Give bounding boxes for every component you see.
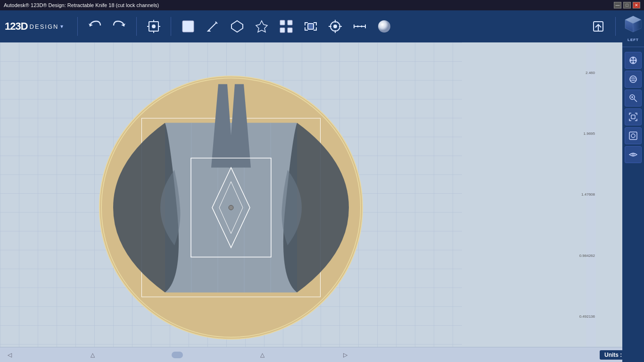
- measure-button[interactable]: [349, 16, 370, 37]
- share-button[interactable]: [588, 16, 609, 37]
- model-3d: [99, 75, 363, 339]
- modify-button[interactable]: [251, 16, 272, 37]
- view-cube[interactable]: [623, 14, 643, 34]
- nav-mark-up-1: △: [89, 351, 96, 359]
- fit-view-button[interactable]: [625, 108, 642, 125]
- ruler-mark-2: 1.9695: [584, 132, 595, 136]
- move-view-button[interactable]: [625, 52, 642, 69]
- main-toolbar: 123D DESIGN ▾: [0, 10, 644, 42]
- bottom-bar: ◁ △ △ ▷ Units : mm: [0, 347, 644, 362]
- logo-dropdown-arrow[interactable]: ▾: [60, 23, 63, 30]
- divider-3: [171, 17, 171, 36]
- svg-point-56: [632, 153, 635, 156]
- maximize-button[interactable]: □: [623, 2, 631, 8]
- primitives-button[interactable]: [178, 16, 198, 37]
- svg-point-47: [632, 78, 635, 81]
- svg-marker-10: [256, 21, 267, 32]
- right-panel: LEFT: [622, 10, 644, 362]
- scroll-handle[interactable]: [172, 352, 183, 358]
- visibility-button[interactable]: [625, 146, 642, 163]
- svg-rect-54: [629, 132, 637, 140]
- divider-2: [136, 17, 137, 36]
- close-button[interactable]: ✕: [633, 2, 640, 8]
- svg-point-5: [152, 25, 155, 28]
- svg-point-27: [378, 20, 390, 33]
- svg-rect-53: [631, 115, 635, 119]
- svg-line-7: [209, 23, 216, 30]
- svg-marker-9: [231, 21, 243, 32]
- group-button[interactable]: [300, 16, 321, 37]
- window-controls[interactable]: — □ ✕: [614, 2, 640, 8]
- nav-marks: ◁ △ △ ▷: [6, 351, 349, 359]
- svg-rect-15: [308, 24, 314, 29]
- minimize-button[interactable]: —: [614, 2, 621, 8]
- ruler-mark-5: 0.492136: [579, 314, 595, 319]
- svg-point-55: [631, 134, 635, 138]
- logo-text: 123D: [5, 20, 28, 33]
- svg-point-17: [334, 25, 337, 28]
- ruler-mark-1: 2.460: [586, 71, 595, 75]
- divider-1: [77, 17, 78, 36]
- model-svg: [99, 75, 363, 339]
- svg-rect-14: [288, 28, 292, 33]
- divider-4: [615, 17, 616, 36]
- view-label: LEFT: [627, 38, 639, 42]
- material-button[interactable]: [374, 16, 395, 37]
- nav-mark-right: ▷: [341, 351, 349, 359]
- canvas-area[interactable]: [0, 42, 462, 352]
- svg-line-50: [634, 99, 637, 102]
- pattern-button[interactable]: [276, 16, 297, 37]
- orbit-button[interactable]: [625, 71, 642, 88]
- snap-button[interactable]: [325, 16, 346, 37]
- zoom-extent-button[interactable]: [625, 127, 642, 144]
- construct-button[interactable]: [227, 16, 248, 37]
- ruler-panel: 2.460 1.9695 1.47608 0.984262 0.492136: [586, 42, 596, 347]
- window-title: Autodesk® 123D® Design: Retractable Knif…: [4, 2, 159, 8]
- nav-mark-left: ◁: [6, 351, 13, 359]
- title-bar: Autodesk® 123D® Design: Retractable Knif…: [0, 0, 644, 10]
- transform-button[interactable]: [143, 16, 164, 37]
- sketch-button[interactable]: [202, 16, 223, 37]
- svg-point-39: [229, 205, 233, 210]
- svg-rect-13: [280, 28, 285, 33]
- svg-rect-6: [182, 21, 194, 32]
- svg-rect-11: [280, 20, 285, 25]
- ruler-mark-3: 1.47608: [581, 192, 595, 197]
- svg-rect-12: [288, 20, 292, 25]
- redo-button[interactable]: [109, 16, 130, 37]
- logo-area: 123D DESIGN ▾: [5, 20, 63, 33]
- nav-mark-up-2: △: [258, 351, 266, 359]
- ruler-mark-4: 0.984262: [579, 254, 595, 258]
- logo-design: DESIGN: [30, 23, 59, 30]
- undo-button[interactable]: [84, 16, 105, 37]
- zoom-button[interactable]: [625, 90, 642, 107]
